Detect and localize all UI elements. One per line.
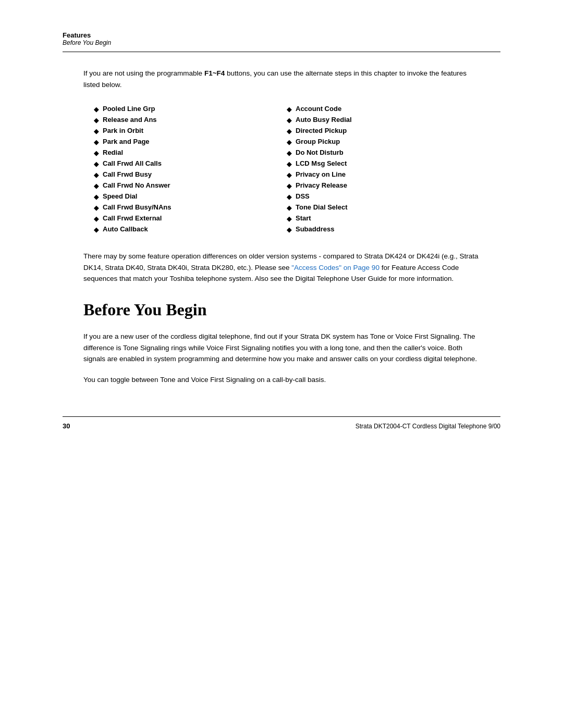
feature-item-right-7: ◆Privacy Release (287, 181, 480, 190)
bullet-icon: ◆ (94, 204, 99, 212)
feature-label: Call Frwd External (103, 214, 162, 222)
features-col-left: ◆Pooled Line Grp◆Release and Ans◆Park in… (94, 105, 287, 236)
feature-item-left-0: ◆Pooled Line Grp (94, 105, 287, 113)
feature-label: Group Pickup (296, 138, 340, 145)
feature-label: Park in Orbit (103, 127, 143, 134)
features-col-right: ◆Account Code◆Auto Busy Redial◆Directed … (287, 105, 480, 236)
bullet-icon: ◆ (94, 161, 99, 168)
feature-item-left-5: ◆Call Frwd All Calls (94, 159, 287, 168)
feature-item-right-5: ◆LCD Msg Select (287, 159, 480, 168)
bullet-icon: ◆ (94, 117, 99, 124)
features-list: ◆Pooled Line Grp◆Release and Ans◆Park in… (83, 105, 480, 236)
bullet-icon: ◆ (287, 106, 291, 113)
feature-item-right-10: ◆Start (287, 214, 480, 223)
feature-item-right-8: ◆DSS (287, 192, 480, 201)
bullet-icon: ◆ (287, 215, 291, 223)
bullet-icon: ◆ (94, 226, 99, 233)
bullet-icon: ◆ (94, 182, 99, 190)
feature-label: Call Frwd All Calls (103, 159, 162, 167)
bullet-icon: ◆ (287, 117, 291, 124)
feature-label: Call Frwd Busy/NAns (103, 203, 171, 211)
bullet-icon: ◆ (287, 128, 291, 135)
feature-item-left-1: ◆Release and Ans (94, 116, 287, 124)
feature-item-left-9: ◆Call Frwd Busy/NAns (94, 203, 287, 212)
bullet-icon: ◆ (94, 215, 99, 223)
header-features-label: Features (63, 31, 111, 39)
feature-label: Tone Dial Select (296, 203, 347, 211)
feature-label: Call Frwd No Answer (103, 181, 170, 189)
feature-item-left-6: ◆Call Frwd Busy (94, 170, 287, 179)
section-paragraph-2: You can toggle between Tone and Voice Fi… (83, 374, 480, 386)
access-codes-link[interactable]: "Access Codes" on Page 90 (291, 264, 380, 272)
feature-item-left-3: ◆Park and Page (94, 138, 287, 146)
bullet-icon: ◆ (287, 204, 291, 212)
before-you-begin-heading: Before You Begin (83, 300, 480, 319)
header-left: Features Before You Begin (63, 31, 111, 46)
header-subtitle: Before You Begin (63, 39, 111, 46)
feature-label: Park and Page (103, 138, 150, 145)
bullet-icon: ◆ (94, 139, 99, 146)
bullet-icon: ◆ (94, 171, 99, 179)
feature-item-left-7: ◆Call Frwd No Answer (94, 181, 287, 190)
feature-label: Account Code (296, 105, 341, 113)
feature-item-right-3: ◆Group Pickup (287, 138, 480, 146)
footer-title: Strata DKT2004-CT Cordless Digital Telep… (356, 423, 500, 430)
feature-label: DSS (296, 192, 310, 200)
feature-label: Do Not Disturb (296, 149, 344, 156)
feature-item-left-11: ◆Auto Callback (94, 225, 287, 233)
feature-label: Redial (103, 149, 123, 156)
note-paragraph: There may by some feature operation diff… (83, 251, 480, 285)
feature-label: LCD Msg Select (296, 159, 347, 167)
bullet-icon: ◆ (94, 128, 99, 135)
page: Features Before You Begin If you are not… (0, 0, 563, 728)
content-area: If you are not using the programmable F1… (0, 52, 563, 385)
feature-label: Subaddress (296, 225, 334, 233)
feature-item-right-2: ◆Directed Pickup (287, 127, 480, 135)
feature-item-right-6: ◆Privacy on Line (287, 170, 480, 179)
feature-label: Privacy on Line (296, 170, 346, 178)
bullet-icon: ◆ (287, 161, 291, 168)
bullet-icon: ◆ (287, 139, 291, 146)
bullet-icon: ◆ (287, 226, 291, 233)
intro-bold: F1~F4 (204, 69, 225, 77)
bullet-icon: ◆ (94, 106, 99, 113)
feature-label: Directed Pickup (296, 127, 347, 134)
bullet-icon: ◆ (287, 150, 291, 157)
bullet-icon: ◆ (287, 193, 291, 201)
feature-label: Start (296, 214, 311, 222)
feature-label: Auto Callback (103, 225, 148, 233)
intro-paragraph: If you are not using the programmable F1… (83, 68, 480, 90)
feature-item-right-11: ◆Subaddress (287, 225, 480, 233)
feature-label: Auto Busy Redial (296, 116, 352, 124)
feature-item-right-1: ◆Auto Busy Redial (287, 116, 480, 124)
feature-label: Release and Ans (103, 116, 157, 124)
bullet-icon: ◆ (94, 150, 99, 157)
feature-item-left-8: ◆Speed Dial (94, 192, 287, 201)
bullet-icon: ◆ (94, 193, 99, 201)
section-paragraph-1: If you are a new user of the cordless di… (83, 331, 480, 365)
header: Features Before You Begin (0, 0, 563, 52)
footer-page-number: 30 (63, 422, 70, 430)
feature-item-right-4: ◆Do Not Disturb (287, 149, 480, 157)
feature-item-right-0: ◆Account Code (287, 105, 480, 113)
feature-label: Speed Dial (103, 192, 137, 200)
feature-item-left-10: ◆Call Frwd External (94, 214, 287, 223)
footer: 30 Strata DKT2004-CT Cordless Digital Te… (0, 417, 563, 430)
bullet-icon: ◆ (287, 182, 291, 190)
feature-label: Privacy Release (296, 181, 347, 189)
bullet-icon: ◆ (287, 171, 291, 179)
feature-item-left-4: ◆Redial (94, 149, 287, 157)
feature-label: Pooled Line Grp (103, 105, 155, 113)
intro-text-before: If you are not using the programmable (83, 69, 204, 77)
feature-label: Call Frwd Busy (103, 170, 152, 178)
feature-item-right-9: ◆Tone Dial Select (287, 203, 480, 212)
feature-item-left-2: ◆Park in Orbit (94, 127, 287, 135)
